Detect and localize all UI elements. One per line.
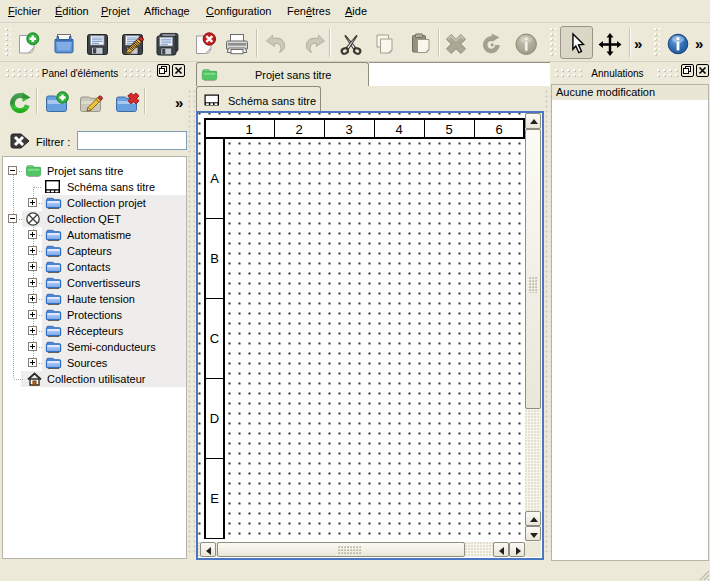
svg-text:3: 3 (345, 121, 352, 136)
svg-text:1: 1 (245, 121, 252, 136)
svg-text:B: B (210, 250, 219, 265)
svg-text:A: A (210, 170, 219, 185)
svg-text:D: D (210, 410, 219, 425)
svg-text:4: 4 (395, 121, 402, 136)
svg-text:C: C (210, 330, 219, 345)
svg-text:2: 2 (295, 121, 302, 136)
svg-text:5: 5 (445, 121, 452, 136)
svg-text:E: E (210, 490, 219, 505)
svg-text:6: 6 (495, 121, 502, 136)
